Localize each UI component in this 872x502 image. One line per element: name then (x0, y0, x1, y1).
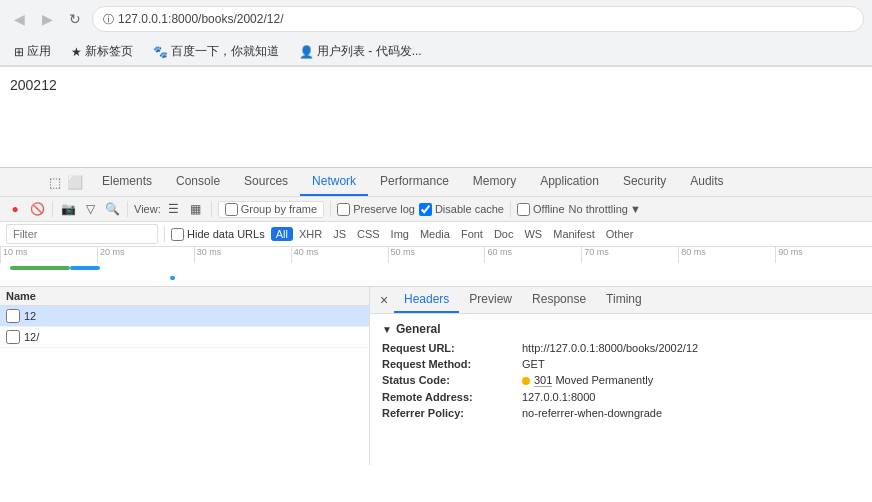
list-view-button[interactable]: ☰ (165, 200, 183, 218)
close-details-button[interactable]: × (374, 290, 394, 310)
tab-security[interactable]: Security (611, 168, 678, 196)
remote-address-value: 127.0.0.1:8000 (522, 391, 595, 403)
filter-img-button[interactable]: Img (386, 227, 414, 241)
filter-css-button[interactable]: CSS (352, 227, 385, 241)
toolbar-separator-1 (52, 201, 53, 217)
disable-cache-label[interactable]: Disable cache (435, 203, 504, 215)
preserve-log-label[interactable]: Preserve log (353, 203, 415, 215)
back-button[interactable]: ◀ (8, 8, 30, 30)
filter-xhr-button[interactable]: XHR (294, 227, 327, 241)
filter-ws-button[interactable]: WS (519, 227, 547, 241)
camera-button[interactable]: 📷 (59, 200, 77, 218)
bookmark-new-tab[interactable]: ★ 新标签页 (65, 41, 139, 62)
request-url-value: http://127.0.0.1:8000/books/2002/12 (522, 342, 698, 354)
devtools-panel: ⬚ ⬜ Elements Console Sources Network Per… (0, 167, 872, 465)
bookmark-apps[interactable]: ⊞ 应用 (8, 41, 57, 62)
address-bar[interactable]: ⓘ 127.0.0.1:8000/books/2002/12/ (92, 6, 864, 32)
filter-all-button[interactable]: All (271, 227, 293, 241)
filter-doc-button[interactable]: Doc (489, 227, 519, 241)
user-icon: 👤 (299, 45, 314, 59)
request-method-value: GET (522, 358, 545, 370)
tab-audits[interactable]: Audits (678, 168, 735, 196)
tab-console[interactable]: Console (164, 168, 232, 196)
bookmark-baidu[interactable]: 🐾 百度一下，你就知道 (147, 41, 285, 62)
throttle-dropdown-icon: ▼ (630, 203, 641, 215)
request-12-checkbox[interactable] (6, 309, 20, 323)
clear-button[interactable]: 🚫 (28, 200, 46, 218)
offline-label[interactable]: Offline (533, 203, 565, 215)
request-url-row: Request URL: http://127.0.0.1:8000/books… (382, 342, 860, 354)
toolbar-separator-4 (330, 201, 331, 217)
tick-30ms: 30 ms (194, 247, 291, 263)
filter-media-button[interactable]: Media (415, 227, 455, 241)
main-split: Name 12 12/ × Headers Preview Response (0, 287, 872, 465)
tick-40ms: 40 ms (291, 247, 388, 263)
filter-js-button[interactable]: JS (328, 227, 351, 241)
tab-sources[interactable]: Sources (232, 168, 300, 196)
tab-performance[interactable]: Performance (368, 168, 461, 196)
details-tab-response[interactable]: Response (522, 287, 596, 313)
remote-address-row: Remote Address: 127.0.0.1:8000 (382, 391, 860, 403)
status-circle-icon (522, 377, 530, 385)
requests-name-header: Name (6, 290, 36, 302)
page-title: 200212 (10, 77, 57, 93)
referrer-policy-row: Referrer Policy: no-referrer-when-downgr… (382, 407, 860, 419)
referrer-policy-key: Referrer Policy: (382, 407, 522, 419)
filter-row: Hide data URLs All XHR JS CSS Img Media … (0, 222, 872, 247)
inspect-icon-button[interactable]: ⬚ (46, 173, 64, 191)
status-code-number: 301 (534, 374, 552, 387)
mobile-icon-button[interactable]: ⬜ (66, 173, 84, 191)
group-by-frame-checkbox[interactable] (225, 203, 238, 216)
browser-chrome: ◀ ▶ ↻ ⓘ 127.0.0.1:8000/books/2002/12/ ⊞ … (0, 0, 872, 67)
group-by-frame-button[interactable]: Group by frame (218, 201, 324, 218)
bookmark-users[interactable]: 👤 用户列表 - 代码发... (293, 41, 428, 62)
disable-cache-checkbox[interactable] (419, 203, 432, 216)
devtools-tab-bar: ⬚ ⬜ Elements Console Sources Network Per… (0, 168, 872, 197)
filter-input[interactable] (6, 224, 158, 244)
refresh-button[interactable]: ↻ (64, 8, 86, 30)
request-12slash-checkbox[interactable] (6, 330, 20, 344)
filter-font-button[interactable]: Font (456, 227, 488, 241)
hide-data-urls-label[interactable]: Hide data URLs (187, 228, 265, 240)
tick-70ms: 70 ms (581, 247, 678, 263)
request-row-12[interactable]: 12 (0, 306, 369, 327)
tab-elements[interactable]: Elements (90, 168, 164, 196)
bookmark-new-tab-label: 新标签页 (85, 43, 133, 60)
disable-cache-group: Disable cache (419, 203, 504, 216)
throttle-selector[interactable]: No throttling ▼ (569, 203, 641, 215)
preserve-log-checkbox[interactable] (337, 203, 350, 216)
tab-application[interactable]: Application (528, 168, 611, 196)
timeline-bar-green (10, 266, 70, 270)
page-content-area: 200212 (0, 67, 872, 167)
group-by-frame-label: Group by frame (241, 203, 317, 215)
search-button[interactable]: 🔍 (103, 200, 121, 218)
details-tab-headers[interactable]: Headers (394, 287, 459, 313)
filter-type-buttons: All XHR JS CSS Img Media Font Doc WS Man… (271, 227, 639, 241)
offline-checkbox[interactable] (517, 203, 530, 216)
timeline-area: 10 ms 20 ms 30 ms 40 ms 50 ms 60 ms 70 m… (0, 247, 872, 287)
details-tab-preview[interactable]: Preview (459, 287, 522, 313)
filter-manifest-button[interactable]: Manifest (548, 227, 600, 241)
details-tab-timing[interactable]: Timing (596, 287, 652, 313)
details-panel: × Headers Preview Response Timing ▼ Gene… (370, 287, 872, 465)
hide-data-urls-checkbox[interactable] (171, 228, 184, 241)
tick-60ms: 60 ms (484, 247, 581, 263)
requests-panel: Name 12 12/ (0, 287, 370, 465)
toolbar-separator-2 (127, 201, 128, 217)
filter-button[interactable]: ▽ (81, 200, 99, 218)
general-section-title: ▼ General (382, 322, 860, 336)
tick-80ms: 80 ms (678, 247, 775, 263)
waterfall-view-button[interactable]: ▦ (187, 200, 205, 218)
tab-network[interactable]: Network (300, 168, 368, 196)
forward-button[interactable]: ▶ (36, 8, 58, 30)
toolbar-separator-5 (510, 201, 511, 217)
record-button[interactable]: ● (6, 200, 24, 218)
timeline-bar-blue2 (170, 276, 175, 280)
request-row-12slash[interactable]: 12/ (0, 327, 369, 348)
tab-memory[interactable]: Memory (461, 168, 528, 196)
bookmark-users-label: 用户列表 - 代码发... (317, 43, 422, 60)
requests-list: 12 12/ (0, 306, 369, 465)
status-code-row: Status Code: 301 Moved Permanently (382, 374, 860, 387)
tick-10ms: 10 ms (0, 247, 97, 263)
filter-other-button[interactable]: Other (601, 227, 639, 241)
